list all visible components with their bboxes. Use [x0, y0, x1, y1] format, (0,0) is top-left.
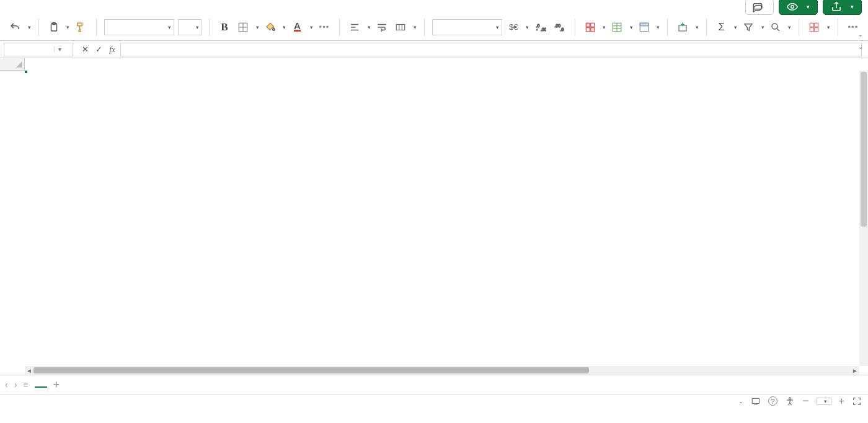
selection-rectangle	[25, 71, 27, 73]
svg-text:.0: .0	[560, 27, 564, 32]
sort-filter-button[interactable]	[741, 19, 756, 35]
share-button[interactable]: ▾	[823, 0, 862, 15]
format-table-button[interactable]	[609, 19, 625, 35]
chevron-down-icon[interactable]: ▾	[734, 24, 737, 30]
conditional-format-button[interactable]	[583, 19, 598, 35]
fx-icon[interactable]: fx	[107, 41, 118, 58]
chevron-down-icon: ▾	[824, 398, 827, 404]
svg-rect-37	[752, 398, 760, 403]
chevron-down-icon: ▾	[807, 4, 810, 10]
help-icon[interactable]: ?	[768, 396, 777, 406]
comments-button[interactable]	[745, 0, 774, 15]
chevron-down-icon[interactable]: ⌄	[738, 398, 743, 404]
chevron-down-icon[interactable]: ▾	[827, 24, 830, 30]
more-font-button[interactable]: •••	[317, 19, 332, 35]
fullscreen-icon[interactable]	[852, 396, 862, 406]
svg-text:.00: .00	[541, 27, 546, 32]
select-all-corner[interactable]	[0, 58, 25, 71]
accept-formula-button[interactable]: ✓	[93, 41, 104, 58]
font-size-combo[interactable]: ▾	[178, 19, 202, 35]
cells-area[interactable]	[25, 71, 859, 366]
column-headers	[25, 58, 859, 71]
sheet-next-button[interactable]: ›	[14, 380, 17, 390]
svg-point-1	[791, 6, 794, 9]
svg-point-39	[789, 398, 791, 399]
wrap-text-button[interactable]	[374, 19, 390, 35]
top-right-actions: ▾ ▾	[745, 0, 862, 14]
font-family-input[interactable]	[105, 22, 164, 32]
number-format-input[interactable]	[433, 22, 492, 32]
accessibility-icon[interactable]	[785, 396, 795, 406]
cancel-formula-button[interactable]: ✕	[79, 41, 91, 58]
ribbon-toolbar: ▾ ▾ ▾ ▾ B ▾ ▾ A▾ ••• ▾ ▾ ▾ $€▾ .0.00 .00…	[0, 14, 868, 41]
chevron-down-icon[interactable]: ▾	[761, 24, 764, 30]
chevron-down-icon[interactable]: ▾	[526, 24, 529, 30]
borders-button[interactable]	[236, 19, 251, 35]
font-color-button[interactable]: A	[290, 19, 305, 35]
chevron-down-icon[interactable]: ▾	[54, 46, 65, 53]
name-box-input[interactable]	[4, 45, 54, 54]
sheet-prev-button[interactable]: ‹	[5, 380, 8, 390]
viewing-mode-button[interactable]: ▾	[779, 0, 818, 15]
zoom-level[interactable]: ▾	[817, 398, 831, 405]
chevron-down-icon[interactable]: ▾	[283, 24, 286, 30]
align-left-button[interactable]	[347, 19, 363, 35]
chevron-down-icon[interactable]: ▾	[657, 24, 660, 30]
number-format-combo[interactable]: ▾	[432, 19, 502, 35]
scroll-right-icon[interactable]: ►	[851, 367, 859, 374]
chevron-down-icon[interactable]: ▾	[256, 24, 259, 30]
font-family-combo[interactable]: ▾	[104, 19, 174, 35]
name-box[interactable]: ▾	[4, 43, 73, 56]
chevron-down-icon[interactable]: ▾	[630, 24, 633, 30]
zoom-out-button[interactable]: −	[802, 395, 809, 408]
chevron-down-icon[interactable]: ▾	[696, 24, 699, 30]
all-sheets-button[interactable]: ≡	[23, 380, 28, 390]
scrollbar-thumb[interactable]	[33, 367, 589, 373]
eye-icon	[787, 1, 798, 12]
autosum-button[interactable]: Σ	[714, 19, 730, 35]
chevron-down-icon[interactable]: ▾	[368, 24, 371, 30]
chevron-down-icon[interactable]: ▾	[166, 24, 174, 30]
chevron-down-icon[interactable]: ▾	[414, 24, 417, 30]
ribbon-expand-icon[interactable]: ⌄	[858, 32, 863, 38]
svg-text:.0: .0	[536, 24, 539, 28]
accounting-format-button[interactable]: $€	[506, 19, 521, 35]
increase-decimal-button[interactable]: .0.00	[533, 19, 548, 35]
chevron-down-icon[interactable]: ▾	[28, 24, 31, 30]
vertical-scrollbar[interactable]	[859, 71, 868, 366]
bold-button[interactable]: B	[217, 19, 232, 35]
formula-expand-icon[interactable]: ⌄	[858, 43, 863, 50]
chevron-down-icon[interactable]: ▾	[494, 24, 502, 30]
font-size-input[interactable]	[179, 22, 193, 32]
horizontal-scrollbar[interactable]: ◄ ►	[25, 366, 859, 375]
formula-input[interactable]	[121, 43, 861, 56]
zoom-in-button[interactable]: +	[839, 396, 844, 407]
svg-line-32	[776, 28, 779, 31]
scroll-left-icon[interactable]: ◄	[25, 367, 33, 374]
fill-color-button[interactable]	[263, 19, 278, 35]
chevron-down-icon[interactable]: ▾	[788, 24, 791, 30]
svg-text:.00: .00	[555, 24, 561, 28]
feedback-icon[interactable]	[751, 397, 761, 406]
undo-button[interactable]	[7, 19, 23, 35]
sheet-tab[interactable]	[35, 382, 47, 388]
svg-rect-33	[810, 23, 814, 27]
formula-bar: ▾ ✕ ✓ fx ⌄	[0, 41, 868, 58]
cell-styles-button[interactable]	[637, 19, 652, 35]
merge-button[interactable]	[393, 19, 409, 35]
insert-cells-button[interactable]	[675, 19, 691, 35]
chevron-down-icon[interactable]: ▾	[194, 24, 201, 30]
scrollbar-thumb[interactable]	[861, 72, 867, 227]
chevron-down-icon[interactable]: ▾	[603, 24, 606, 30]
format-painter-button[interactable]	[73, 19, 89, 35]
formula-input-wrap[interactable]	[120, 43, 862, 56]
find-button[interactable]	[768, 19, 784, 35]
decrease-decimal-button[interactable]: .00.0	[552, 19, 567, 35]
row-headers	[0, 71, 25, 366]
addins-button[interactable]	[807, 19, 822, 35]
add-sheet-button[interactable]: +	[53, 378, 60, 391]
menu-bar	[0, 0, 868, 14]
chevron-down-icon[interactable]: ▾	[310, 24, 313, 30]
chevron-down-icon[interactable]: ▾	[66, 24, 69, 30]
paste-button[interactable]	[46, 19, 62, 35]
